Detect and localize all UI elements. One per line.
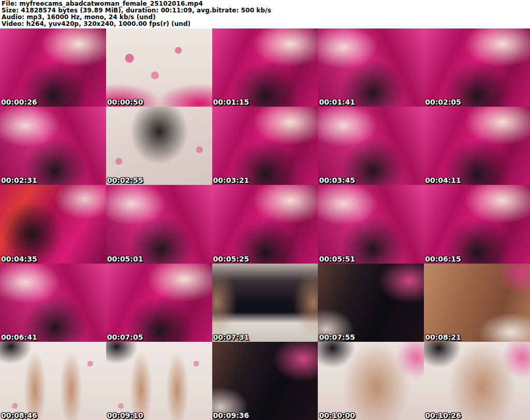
video-thumbnail: 00:05:01: [106, 185, 212, 263]
video-thumbnail: 00:02:55: [106, 107, 212, 185]
timestamp-label: 00:10:26: [425, 411, 461, 420]
timestamp-label: 00:04:11: [425, 176, 461, 185]
timestamp-label: 00:03:21: [213, 176, 249, 185]
timestamp-label: 00:06:41: [1, 332, 37, 342]
video-thumbnail: 00:03:21: [212, 107, 318, 185]
timestamp-label: 00:02:55: [107, 176, 143, 185]
timestamp-label: 00:08:21: [425, 332, 461, 342]
video-info-line: Video: h264, yuv420p, 320x240, 1000.00 f…: [2, 21, 528, 27]
timestamp-label: 00:07:55: [319, 332, 355, 342]
timestamp-label: 00:05:01: [107, 254, 143, 264]
timestamp-label: 00:06:15: [425, 254, 461, 264]
timestamp-label: 00:02:31: [1, 176, 37, 185]
timestamp-label: 00:00:50: [107, 97, 143, 107]
timestamp-label: 00:07:05: [107, 332, 143, 342]
video-thumbnail: 00:07:55: [318, 264, 424, 342]
video-thumbnail: 00:07:31: [212, 264, 318, 342]
timestamp-label: 00:05:25: [213, 254, 249, 264]
video-thumbnail: 00:02:05: [424, 28, 530, 107]
timestamp-label: 00:08:46: [1, 411, 37, 420]
video-thumbnail: 00:02:31: [0, 107, 106, 185]
video-thumbnail: 00:04:35: [0, 185, 106, 263]
video-thumbnail: 00:03:45: [318, 107, 424, 185]
timestamp-label: 00:05:51: [319, 254, 355, 264]
timestamp-label: 00:01:15: [213, 97, 249, 107]
timestamp-label: 00:02:05: [425, 97, 461, 107]
media-info-header: File: myfreecams_abadcatwoman_female_251…: [0, 0, 530, 28]
video-thumbnail: 00:09:36: [212, 342, 318, 420]
timestamp-label: 00:10:00: [319, 411, 355, 420]
video-thumbnail: 00:07:05: [106, 264, 212, 342]
file-info-line: File: myfreecams_abadcatwoman_female_251…: [2, 1, 528, 7]
video-thumbnail: 00:06:15: [424, 185, 530, 263]
video-thumbnail: 00:09:10: [106, 342, 212, 420]
timestamp-label: 00:03:45: [319, 176, 355, 185]
video-thumbnail: 00:00:26: [0, 28, 106, 107]
video-thumbnail: 00:10:26: [424, 342, 530, 420]
video-thumbnail: 00:01:15: [212, 28, 318, 107]
timestamp-label: 00:09:36: [213, 411, 249, 420]
timestamp-label: 00:09:10: [107, 411, 143, 420]
thumbnail-contact-sheet: File: myfreecams_abadcatwoman_female_251…: [0, 0, 530, 420]
video-thumbnail: 00:06:41: [0, 264, 106, 342]
thumbnail-grid: 00:00:2600:00:5000:01:1500:01:4100:02:05…: [0, 28, 530, 420]
video-thumbnail: 00:05:25: [212, 185, 318, 263]
video-thumbnail: 00:05:51: [318, 185, 424, 263]
video-thumbnail: 00:10:00: [318, 342, 424, 420]
video-thumbnail: 00:08:21: [424, 264, 530, 342]
video-thumbnail: 00:04:11: [424, 107, 530, 185]
timestamp-label: 00:07:31: [213, 332, 249, 342]
timestamp-label: 00:01:41: [319, 97, 355, 107]
video-thumbnail: 00:08:46: [0, 342, 106, 420]
audio-info-line: Audio: mp3, 16000 Hz, mono, 24 kb/s (und…: [2, 14, 528, 21]
timestamp-label: 00:00:26: [1, 97, 37, 107]
video-thumbnail: 00:01:41: [318, 28, 424, 107]
video-thumbnail: 00:00:50: [106, 28, 212, 107]
size-info-line: Size: 41828574 bytes (39.89 MiB), durati…: [2, 7, 528, 14]
timestamp-label: 00:04:35: [1, 254, 37, 264]
